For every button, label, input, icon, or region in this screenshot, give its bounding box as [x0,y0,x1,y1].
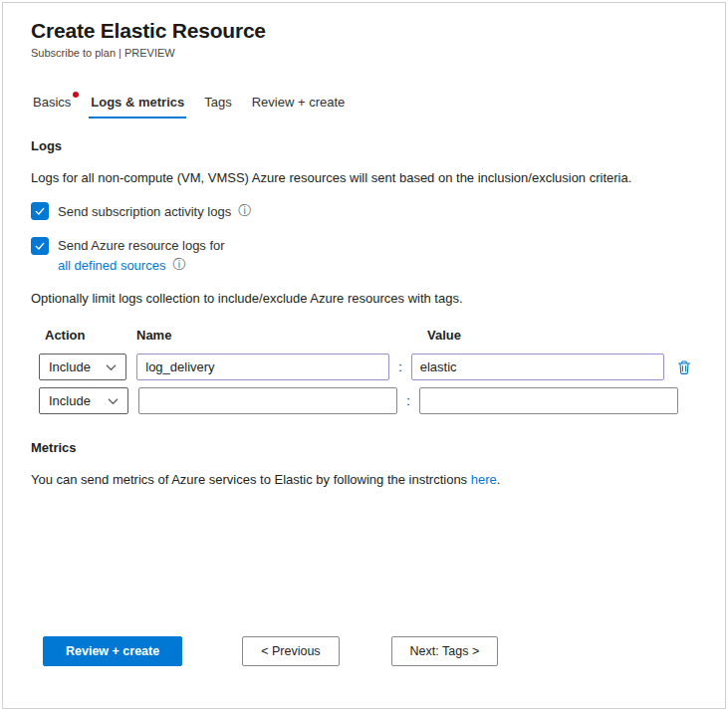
metrics-section: Metrics You can send metrics of Azure se… [31,440,697,487]
chevron-down-icon [106,363,117,371]
metrics-description: You can send metrics of Azure services t… [31,472,697,487]
tab-bar: Basics Logs & metrics Tags Review + crea… [31,89,697,118]
activity-logs-checkbox[interactable] [31,202,49,220]
check-icon [34,240,46,252]
tab-basics-label: Basics [33,95,71,110]
tag-name-input[interactable] [138,387,397,414]
next-tags-button[interactable]: Next: Tags > [391,636,499,666]
metrics-section-heading: Metrics [31,440,697,455]
column-header-action: Action [39,328,136,343]
wizard-footer: Review + create < Previous Next: Tags > [43,636,498,666]
tag-table-header: Action Name Value [39,328,697,343]
tag-value-input[interactable] [411,354,664,380]
tab-logs-metrics[interactable]: Logs & metrics [89,89,186,118]
info-icon[interactable]: ⓘ [172,256,185,274]
logs-description: Logs for all non-compute (VM, VMSS) Azur… [31,170,697,185]
action-dropdown-value: Include [49,393,91,408]
page-frame: Create Elastic Resource Subscribe to pla… [2,2,726,709]
table-row: Include : [39,354,697,380]
page-title: Create Elastic Resource [31,19,697,43]
activity-logs-row: Send subscription activity logs ⓘ [31,202,697,220]
previous-button[interactable]: < Previous [242,636,339,666]
all-defined-sources-link[interactable]: all defined sources [58,258,165,273]
logs-section-heading: Logs [31,138,697,153]
check-icon [34,205,46,217]
column-header-name: Name [136,328,427,343]
table-row: Include : [39,387,697,414]
tags-hint-text: Optionally limit logs collection to incl… [31,291,697,306]
chevron-down-icon [108,397,119,405]
activity-logs-label: Send subscription activity logs [58,204,231,219]
tag-name-input[interactable] [136,354,389,380]
tab-tags-label: Tags [204,95,231,110]
create-elastic-resource-page: Create Elastic Resource Subscribe to pla… [3,3,725,708]
action-dropdown[interactable]: Include [39,354,126,380]
tag-filter-table: Action Name Value Include : [39,328,697,414]
review-create-button[interactable]: Review + create [43,636,182,666]
page-subtitle: Subscribe to plan | PREVIEW [31,47,697,59]
tab-basics[interactable]: Basics [31,89,73,118]
tab-tags[interactable]: Tags [202,89,233,118]
metrics-description-text: You can send metrics of Azure services t… [31,472,467,487]
tab-error-dot [73,92,79,98]
column-header-value: Value [427,328,686,343]
tag-value-input[interactable] [419,387,678,414]
tab-review-create[interactable]: Review + create [250,89,348,118]
colon-separator: : [389,359,410,374]
action-dropdown-value: Include [49,359,91,374]
delete-row-button[interactable] [672,355,697,380]
info-icon[interactable]: ⓘ [238,202,251,220]
resource-logs-row: Send Azure resource logs for all defined… [31,237,697,274]
metrics-description-period: . [497,472,501,487]
tab-logs-metrics-label: Logs & metrics [91,95,184,110]
resource-logs-label: Send Azure resource logs for [58,238,225,253]
resource-logs-checkbox[interactable] [31,237,49,255]
tab-review-create-label: Review + create [252,95,346,110]
colon-separator: : [397,393,419,408]
action-dropdown[interactable]: Include [39,387,128,414]
trash-icon [676,359,692,375]
metrics-here-link[interactable]: here [471,472,497,487]
